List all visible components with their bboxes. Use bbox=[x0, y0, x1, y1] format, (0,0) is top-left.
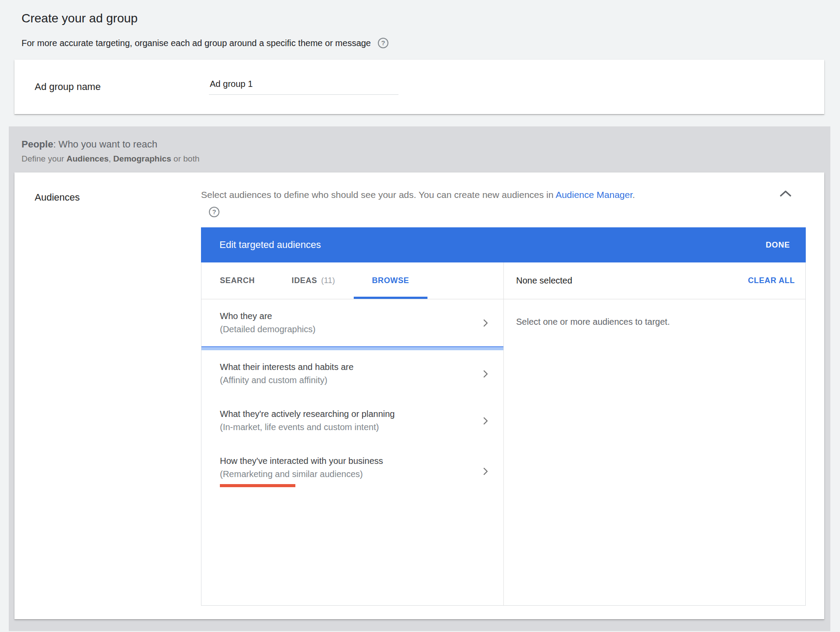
collapse-section-button[interactable] bbox=[779, 188, 792, 198]
chevron-right-icon bbox=[481, 467, 490, 476]
ideas-count-badge: (11) bbox=[321, 276, 335, 285]
selection-column: None selected CLEAR ALL Select one or mo… bbox=[504, 262, 805, 605]
edit-audiences-title: Edit targeted audiences bbox=[219, 239, 321, 251]
category-researching-planning[interactable]: What they're actively researching or pla… bbox=[201, 397, 503, 444]
done-button[interactable]: DONE bbox=[766, 241, 790, 250]
ad-group-name-card: Ad group name bbox=[14, 60, 824, 114]
chevron-right-icon bbox=[481, 416, 490, 426]
active-row-highlight-bar bbox=[201, 346, 503, 350]
people-section-title: People: Who you want to reach bbox=[9, 139, 830, 150]
ad-group-name-label: Ad group name bbox=[35, 81, 209, 93]
edit-audiences-header: Edit targeted audiences DONE bbox=[201, 227, 806, 262]
chevron-up-icon bbox=[779, 189, 792, 198]
category-who-they-are[interactable]: Who they are (Detailed demographics) bbox=[201, 299, 503, 346]
category-title: How they've interacted with your busines… bbox=[220, 455, 383, 467]
page-title: Create your ad group bbox=[22, 11, 840, 25]
clear-all-button[interactable]: CLEAR ALL bbox=[748, 276, 795, 285]
red-annotation-underline bbox=[220, 484, 295, 487]
category-title: Who they are bbox=[220, 310, 316, 322]
help-icon[interactable]: ? bbox=[209, 207, 219, 217]
help-icon[interactable]: ? bbox=[378, 38, 388, 48]
chevron-right-icon bbox=[481, 318, 490, 328]
audiences-card: Audiences Select audiences to define who… bbox=[14, 172, 824, 619]
chevron-right-icon bbox=[481, 369, 490, 379]
category-title: What they're actively researching or pla… bbox=[220, 408, 395, 420]
audience-tabs: SEARCH IDEAS (11) BROWSE bbox=[201, 262, 503, 299]
category-subtitle: (Remarketing and similar audiences) bbox=[220, 468, 383, 480]
tab-browse[interactable]: BROWSE bbox=[354, 262, 428, 299]
category-title: What their interests and habits are bbox=[220, 361, 354, 373]
category-interacted-business[interactable]: How they've interacted with your busines… bbox=[201, 444, 503, 498]
ad-group-name-input[interactable] bbox=[209, 79, 398, 95]
tab-search[interactable]: SEARCH bbox=[201, 262, 273, 299]
browse-column: SEARCH IDEAS (11) BROWSE bbox=[201, 262, 504, 605]
selection-status: None selected bbox=[516, 276, 572, 286]
audiences-label: Audiences bbox=[35, 192, 80, 203]
category-subtitle: (Affinity and custom affinity) bbox=[220, 374, 354, 386]
people-section-subtitle: Define your Audiences, Demographics or b… bbox=[9, 154, 830, 164]
category-subtitle: (In-market, life events and custom inten… bbox=[220, 421, 395, 433]
page-subtitle: For more accurate targeting, organise ea… bbox=[22, 38, 371, 48]
create-ad-group-page: Create your ad group For more accurate t… bbox=[0, 0, 840, 632]
selection-empty-message: Select one or more audiences to target. bbox=[504, 299, 805, 345]
people-section: People: Who you want to reach Define you… bbox=[9, 126, 830, 631]
edit-audiences-panel: Edit targeted audiences DONE SEARCH I bbox=[201, 227, 806, 606]
tab-ideas[interactable]: IDEAS (11) bbox=[273, 262, 354, 299]
audience-category-list: Who they are (Detailed demographics) bbox=[201, 299, 503, 498]
page-header: Create your ad group For more accurate t… bbox=[0, 0, 840, 48]
category-subtitle: (Detailed demographics) bbox=[220, 323, 316, 335]
category-interests-habits[interactable]: What their interests and habits are (Aff… bbox=[201, 350, 503, 397]
audience-manager-link[interactable]: Audience Manager bbox=[556, 190, 632, 200]
audiences-description: Select audiences to define who should se… bbox=[201, 188, 635, 201]
